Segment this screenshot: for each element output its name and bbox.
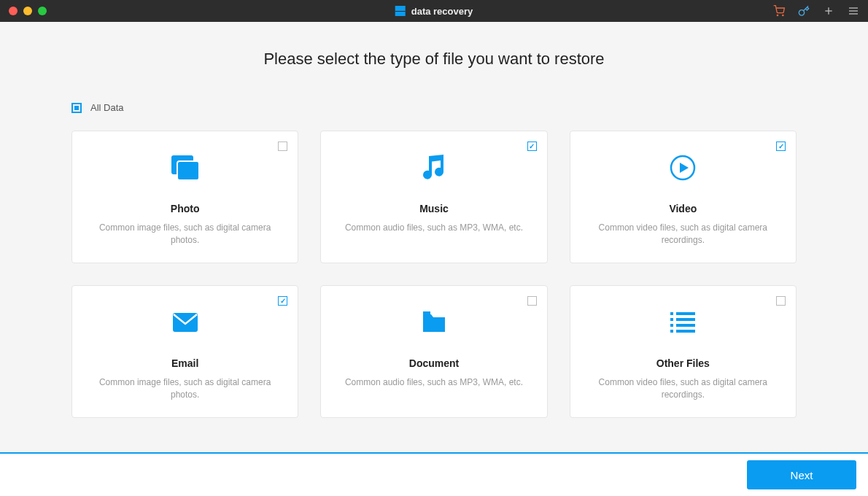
card-music[interactable]: Music Common audio files, such as MP3, W… xyxy=(320,131,547,263)
music-icon xyxy=(422,152,446,184)
card-other[interactable]: Other Files Common video files, such as … xyxy=(570,285,797,418)
card-email-desc: Common image files, such as digital came… xyxy=(90,376,280,402)
minimize-window-button[interactable] xyxy=(23,7,32,15)
svg-point-1 xyxy=(783,15,783,15)
svg-rect-14 xyxy=(670,318,673,321)
svg-rect-8 xyxy=(177,161,199,180)
all-data-row[interactable]: All Data xyxy=(71,102,797,113)
card-email-title: Email xyxy=(171,357,198,369)
page-title: Please select the type of file you want … xyxy=(263,50,604,69)
card-video-desc: Common video files, such as digital came… xyxy=(588,222,778,247)
card-video[interactable]: Video Common video files, such as digita… xyxy=(570,131,797,263)
video-icon xyxy=(670,152,696,184)
all-data-checkbox[interactable] xyxy=(71,103,82,113)
card-photo-checkbox[interactable] xyxy=(278,142,287,151)
list-icon xyxy=(670,306,695,338)
card-photo[interactable]: Photo Common image files, such as digita… xyxy=(71,131,298,263)
app-logo-icon xyxy=(395,6,406,16)
svg-rect-12 xyxy=(670,312,673,315)
menu-icon[interactable] xyxy=(848,5,859,17)
titlebar: data recovery xyxy=(0,0,868,22)
svg-rect-11 xyxy=(423,311,430,314)
plus-icon[interactable] xyxy=(823,5,834,17)
titlebar-actions xyxy=(773,5,859,17)
card-music-title: Music xyxy=(419,203,449,214)
svg-rect-13 xyxy=(676,312,695,315)
card-document-desc: Common audio files, such as MP3, WMA, et… xyxy=(345,376,523,389)
cart-icon[interactable] xyxy=(773,5,785,17)
card-email-checkbox[interactable] xyxy=(278,296,287,306)
key-icon[interactable] xyxy=(798,5,810,17)
card-music-desc: Common audio files, such as MP3, WMA, et… xyxy=(345,222,523,234)
svg-rect-18 xyxy=(670,330,673,333)
zoom-window-button[interactable] xyxy=(38,7,47,15)
main-content: Please select the type of file you want … xyxy=(0,22,868,452)
document-icon xyxy=(422,306,446,338)
window-controls xyxy=(9,7,47,15)
app-title: data recovery xyxy=(395,6,473,17)
card-other-desc: Common video files, such as digital came… xyxy=(588,376,778,402)
card-video-checkbox[interactable] xyxy=(776,142,786,151)
file-type-grid: Photo Common image files, such as digita… xyxy=(71,131,797,418)
card-photo-title: Photo xyxy=(171,203,200,214)
card-music-checkbox[interactable] xyxy=(527,142,537,151)
svg-point-0 xyxy=(777,15,778,15)
card-photo-desc: Common image files, such as digital came… xyxy=(90,222,280,247)
footer: Next xyxy=(0,452,868,496)
svg-rect-15 xyxy=(676,318,695,321)
card-document[interactable]: Document Common audio files, such as MP3… xyxy=(320,285,547,418)
svg-rect-17 xyxy=(676,324,695,327)
card-other-checkbox[interactable] xyxy=(776,296,786,306)
next-button[interactable]: Next xyxy=(747,460,856,489)
card-email[interactable]: Email Common image files, such as digita… xyxy=(71,285,298,418)
card-document-title: Document xyxy=(409,357,459,369)
close-window-button[interactable] xyxy=(9,7,18,15)
svg-rect-16 xyxy=(670,324,673,327)
photo-icon xyxy=(171,152,199,184)
card-other-title: Other Files xyxy=(656,357,710,369)
email-icon xyxy=(172,306,198,338)
app-title-text: data recovery xyxy=(411,6,473,17)
all-data-label: All Data xyxy=(90,102,124,113)
svg-rect-19 xyxy=(676,330,695,333)
card-video-title: Video xyxy=(669,203,697,214)
card-document-checkbox[interactable] xyxy=(527,296,537,306)
